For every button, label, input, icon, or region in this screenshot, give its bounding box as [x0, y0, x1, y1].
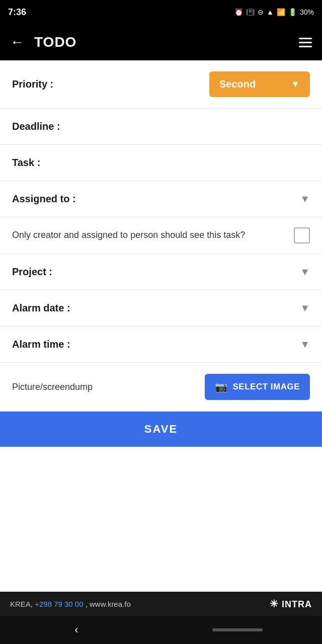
footer-info: KREA, +298 79 30 00 , www.krea.fo	[10, 600, 131, 608]
wifi-icon: ▲	[267, 8, 274, 16]
deadline-label: Deadline :	[12, 121, 60, 132]
priority-dropdown-arrow: ▼	[291, 79, 300, 90]
privacy-row: Only creator and assigned to person shou…	[0, 217, 322, 254]
project-label: Project :	[12, 266, 52, 278]
time-display: 7:36	[8, 7, 26, 18]
hamburger-line-1	[299, 38, 312, 39]
status-icons: ⏰ 📳 ⊖ ▲ 📶 🔋 30%	[234, 8, 314, 16]
dnd-icon: ⊖	[258, 8, 264, 16]
footer-website: , www.krea.fo	[86, 600, 131, 608]
privacy-checkbox[interactable]	[294, 227, 310, 244]
app-bar: ← TODO	[0, 24, 322, 60]
footer-phone[interactable]: +298 79 30 00	[35, 600, 83, 608]
footer-logo: ✳ INTRA	[270, 598, 312, 610]
form-content: Priority : Second ▼ Deadline : Task : As…	[0, 60, 322, 592]
nav-bar: ‹	[0, 616, 322, 644]
privacy-label: Only creator and assigned to person shou…	[12, 229, 286, 242]
alarm-time-arrow: ▼	[300, 339, 310, 350]
footer: KREA, +298 79 30 00 , www.krea.fo ✳ INTR…	[0, 592, 322, 616]
alarm-date-arrow: ▼	[300, 302, 310, 314]
alarm-time-label: Alarm time :	[12, 339, 70, 350]
priority-value: Second	[219, 78, 256, 90]
battery-icon: 🔋	[288, 8, 297, 16]
hamburger-line-2	[299, 42, 312, 43]
hamburger-line-3	[299, 46, 312, 47]
priority-dropdown[interactable]: Second ▼	[209, 71, 310, 97]
menu-button[interactable]	[299, 38, 312, 47]
alarm-time-row[interactable]: Alarm time : ▼	[0, 327, 322, 363]
alarm-icon: ⏰	[234, 8, 243, 16]
logo-star-icon: ✳	[270, 598, 279, 609]
vibrate-icon: 📳	[246, 8, 255, 16]
alarm-date-field[interactable]: Alarm date : ▼	[12, 302, 310, 314]
status-bar: 7:36 ⏰ 📳 ⊖ ▲ 📶 🔋 30%	[0, 0, 322, 24]
task-label: Task :	[12, 157, 40, 169]
task-row: Task :	[0, 145, 322, 181]
logo-text: INTRA	[282, 599, 312, 609]
assigned-to-field[interactable]: Assigned to : ▼	[12, 193, 310, 205]
project-arrow: ▼	[300, 266, 310, 278]
camera-icon: 📷	[215, 381, 228, 393]
battery-percent: 30%	[300, 8, 314, 16]
assigned-to-arrow: ▼	[300, 193, 310, 205]
save-button-container: SAVE	[0, 412, 322, 447]
nav-back-button[interactable]: ‹	[59, 618, 93, 641]
back-button[interactable]: ←	[10, 34, 24, 50]
picture-row: Picture/screendump 📷 SELECT IMAGE	[0, 363, 322, 412]
alarm-date-row[interactable]: Alarm date : ▼	[0, 290, 322, 327]
alarm-time-field[interactable]: Alarm time : ▼	[12, 339, 310, 350]
deadline-row: Deadline :	[0, 109, 322, 145]
project-row[interactable]: Project : ▼	[0, 254, 322, 290]
assigned-to-label: Assigned to :	[12, 193, 76, 205]
company-name: KREA,	[10, 600, 33, 608]
nav-home-pill[interactable]	[212, 628, 263, 631]
signal-icon: 📶	[277, 8, 285, 16]
project-field[interactable]: Project : ▼	[12, 266, 310, 278]
alarm-date-label: Alarm date :	[12, 302, 70, 314]
select-image-label: SELECT IMAGE	[232, 382, 300, 392]
assigned-to-row[interactable]: Assigned to : ▼	[0, 181, 322, 217]
select-image-button[interactable]: 📷 SELECT IMAGE	[205, 374, 310, 400]
priority-row: Priority : Second ▼	[0, 60, 322, 109]
page-title: TODO	[34, 34, 289, 50]
save-button[interactable]: SAVE	[0, 412, 322, 447]
priority-label: Priority :	[12, 78, 53, 90]
picture-label: Picture/screendump	[12, 382, 93, 392]
